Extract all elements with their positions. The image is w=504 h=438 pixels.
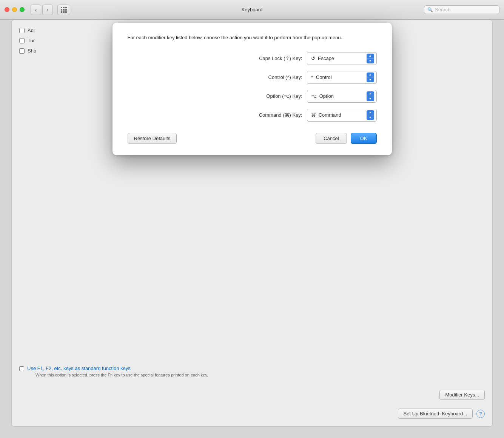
control-select[interactable]: ^ Control ▲ ▼ (307, 71, 377, 84)
caps-lock-stepper[interactable]: ▲ ▼ (367, 54, 374, 63)
cancel-button[interactable]: Cancel (316, 133, 347, 144)
ok-button[interactable]: OK (351, 133, 377, 144)
control-label: Control (^) Key: (227, 74, 302, 80)
caps-lock-down[interactable]: ▼ (367, 59, 374, 63)
modal-description: For each modifier key listed below, choo… (128, 34, 377, 42)
command-row: Command (⌘) Key: ⌘ Command ▲ ▼ (128, 109, 377, 122)
option-down[interactable]: ▼ (367, 96, 374, 101)
modifier-keys-dialog: For each modifier key listed below, choo… (113, 23, 392, 155)
control-row: Control (^) Key: ^ Control ▲ ▼ (128, 71, 377, 84)
restore-defaults-button[interactable]: Restore Defaults (128, 133, 177, 144)
option-stepper[interactable]: ▲ ▼ (367, 91, 374, 101)
caps-lock-value: ↺ Escape (311, 56, 367, 61)
modal-overlay: For each modifier key listed below, choo… (0, 0, 504, 438)
option-label: Option (⌥) Key: (227, 93, 302, 99)
command-label: Command (⌘) Key: (227, 112, 302, 118)
modal-buttons: Restore Defaults Cancel OK (128, 133, 377, 144)
caps-lock-label: Caps Lock (⇪) Key: (227, 56, 302, 61)
command-stepper[interactable]: ▲ ▼ (367, 110, 374, 120)
control-up[interactable]: ▲ (367, 72, 374, 78)
caps-lock-row: Caps Lock (⇪) Key: ↺ Escape ▲ ▼ (128, 52, 377, 65)
caps-lock-select[interactable]: ↺ Escape ▲ ▼ (307, 52, 377, 65)
command-up[interactable]: ▲ (367, 110, 374, 116)
modal-right-buttons: Cancel OK (316, 133, 376, 144)
command-value: ⌘ Command (311, 112, 367, 118)
option-select[interactable]: ⌥ Option ▲ ▼ (307, 90, 377, 103)
command-down[interactable]: ▼ (367, 115, 374, 120)
command-select[interactable]: ⌘ Command ▲ ▼ (307, 109, 377, 122)
control-value: ^ Control (311, 74, 367, 80)
option-row: Option (⌥) Key: ⌥ Option ▲ ▼ (128, 90, 377, 103)
option-up[interactable]: ▲ (367, 91, 374, 97)
control-down[interactable]: ▼ (367, 77, 374, 82)
control-stepper[interactable]: ▲ ▼ (367, 72, 374, 82)
option-value: ⌥ Option (311, 93, 367, 99)
caps-lock-up[interactable]: ▲ (367, 54, 374, 59)
modifier-keys-grid: Caps Lock (⇪) Key: ↺ Escape ▲ ▼ Control … (128, 52, 377, 122)
